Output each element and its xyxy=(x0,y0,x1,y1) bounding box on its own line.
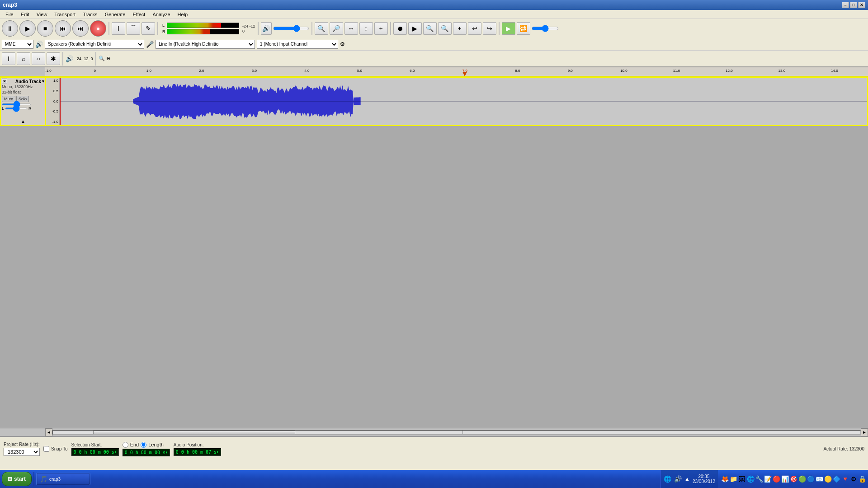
track-waveform-area[interactable]: 1.0 0.5 0.0 -0.5 -1.0 xyxy=(46,77,867,125)
titlebar-controls: – □ ✕ xyxy=(842,2,865,8)
fit-project-button[interactable]: ↔ xyxy=(344,22,358,35)
record-meter-button[interactable]: ⏺ xyxy=(393,22,407,35)
channel-select[interactable]: 1 (Mono) Input Channel xyxy=(257,40,338,49)
zoom-in-small-button[interactable]: 🔍 xyxy=(99,56,105,61)
taskbar-program-audacity[interactable]: 🎵 crap3 xyxy=(36,473,90,485)
selection-start-spinner[interactable]: ⬆ xyxy=(114,450,117,454)
network-icon[interactable]: 🌐 xyxy=(664,475,671,483)
menu-generate[interactable]: Generate xyxy=(101,11,129,18)
menu-edit[interactable]: Edit xyxy=(17,11,33,18)
speaker-button[interactable]: 🔊 xyxy=(261,22,272,35)
vu-label-r0: 0 xyxy=(242,29,255,33)
draw-tool-button[interactable]: ✎ xyxy=(142,22,155,35)
menu-help[interactable]: Help xyxy=(174,11,192,18)
ruler-ticks-area: -1.0 0 1.0 2.0 3.0 4.0 5.0 6.0 7.0 8.0 9… xyxy=(45,67,868,76)
end-radio[interactable] xyxy=(123,442,128,448)
rewind-button[interactable]: ⏮ xyxy=(55,20,71,37)
menu-file[interactable]: File xyxy=(2,11,17,18)
cursor-tool-button[interactable]: I xyxy=(112,22,125,35)
output-volume-slider[interactable] xyxy=(273,25,309,32)
zoom-in-button[interactable]: 🔍 xyxy=(315,22,328,35)
audio-position-display[interactable]: 0 0 h 00 m 07 s ⬆ xyxy=(174,448,221,456)
menu-transport[interactable]: Transport xyxy=(51,11,79,18)
minimize-button[interactable]: – xyxy=(842,2,849,8)
selection-end-spinner[interactable]: ⬆ xyxy=(165,450,168,455)
taskbar-app9[interactable]: 🎯 xyxy=(789,475,797,483)
menu-analyze[interactable]: Analyze xyxy=(149,11,174,18)
selection-start-label: Selection Start: xyxy=(71,442,119,447)
length-radio[interactable] xyxy=(141,442,146,448)
taskbar-app5[interactable]: 🔧 xyxy=(755,475,763,483)
taskbar-app11[interactable]: 🔵 xyxy=(807,475,815,483)
menu-effect[interactable]: Effect xyxy=(129,11,149,18)
track-info-2: 32-bit float xyxy=(2,90,44,94)
taskbar-utorrent[interactable]: 🔻 xyxy=(841,475,849,483)
taskbar-app3[interactable]: 🖼 xyxy=(738,475,746,483)
ext-button2[interactable]: 🔍 xyxy=(438,22,452,35)
project-rate-select[interactable]: 132300 xyxy=(4,448,40,456)
taskbar-app12[interactable]: 📧 xyxy=(815,475,823,483)
selection-end-display[interactable]: 0 0 h 00 m 00 s ⬆ xyxy=(123,449,170,456)
pause-button[interactable]: ⏸ xyxy=(2,20,18,37)
fit-vertically-button[interactable]: ↕ xyxy=(359,22,373,35)
scroll-track[interactable] xyxy=(52,430,861,435)
start-button[interactable]: ⊞ start xyxy=(2,472,32,486)
taskbar-ie[interactable]: 🌐 xyxy=(746,475,755,483)
taskbar-app8[interactable]: 📊 xyxy=(781,475,789,483)
multi-tool-button[interactable]: ✱ xyxy=(47,52,60,65)
scroll-thumb[interactable] xyxy=(93,431,295,434)
menu-view[interactable]: View xyxy=(33,11,51,18)
volume-tray-icon[interactable]: 🔊 xyxy=(674,475,682,483)
zoom-out-button[interactable]: 🔎 xyxy=(330,22,343,35)
input-monitor-button[interactable]: ⚙ xyxy=(340,41,345,47)
scroll-left-button[interactable]: ◄ xyxy=(45,428,52,436)
playback-speed-slider[interactable] xyxy=(532,25,559,32)
ext-button4[interactable]: ↩ xyxy=(468,22,481,35)
time-ruler: -1.0 0 1.0 2.0 3.0 4.0 5.0 6.0 7.0 8.0 9… xyxy=(0,67,868,76)
taskbar-explorer[interactable]: 📁 xyxy=(729,475,737,483)
track-collapse-button[interactable]: ▲ xyxy=(2,119,44,124)
taskbar-app13[interactable]: 🟡 xyxy=(824,475,832,483)
ibeam-tool-button[interactable]: I xyxy=(2,52,15,65)
tick-12: 12.0 xyxy=(726,69,733,73)
output-device-select[interactable]: Speakers (Realtek High Definiti xyxy=(45,40,144,49)
record-button[interactable]: ● xyxy=(90,20,106,37)
track-name-dropdown[interactable]: Audio Track ▾ xyxy=(15,79,44,84)
track-close-button[interactable]: ✕ xyxy=(2,79,7,84)
envelope-tool-button[interactable]: ⌒ xyxy=(127,22,140,35)
play-green-button[interactable]: ▶ xyxy=(502,22,515,35)
loop-button[interactable]: 🔁 xyxy=(517,22,530,35)
audio-host-select[interactable]: MME xyxy=(2,40,33,49)
playhead-arrow-ruler xyxy=(462,72,467,76)
maximize-button[interactable]: □ xyxy=(850,2,857,8)
ext-button5[interactable]: ↪ xyxy=(483,22,496,35)
zoom-sel-button[interactable]: ⌕ xyxy=(17,52,30,65)
tick-9: 9.0 xyxy=(568,69,573,73)
ext-button3[interactable]: + xyxy=(453,22,467,35)
taskbar-app14[interactable]: 🔷 xyxy=(832,475,840,483)
waveform-canvas-container[interactable] xyxy=(60,78,867,125)
stop-button[interactable]: ■ xyxy=(37,20,53,37)
taskbar-app10[interactable]: 🟢 xyxy=(798,475,806,483)
selection-start-display[interactable]: 0 0 h 00 m 00 s ⬆ xyxy=(71,448,119,456)
taskbar-app6[interactable]: 📝 xyxy=(764,475,772,483)
scroll-right-button[interactable]: ► xyxy=(861,428,868,436)
zoom-out-small-button[interactable]: ⊖ xyxy=(106,56,110,61)
taskbar-firefox[interactable]: 🦊 xyxy=(721,475,729,483)
playback-meter-button[interactable]: ▶ xyxy=(408,22,422,35)
input-device-select[interactable]: Line In (Realtek High Definitio xyxy=(156,40,255,49)
track-pan-slider[interactable] xyxy=(5,108,28,109)
menu-tracks[interactable]: Tracks xyxy=(79,11,101,18)
taskbar-app7[interactable]: 🔴 xyxy=(772,475,780,483)
arrow-up-icon[interactable]: ▲ xyxy=(684,476,690,482)
ext-button1[interactable]: 🔍 xyxy=(423,22,437,35)
time-shift-button[interactable]: ↔ xyxy=(32,52,45,65)
audio-position-spinner[interactable]: ⬆ xyxy=(217,450,219,454)
taskbar-app16[interactable]: ⚙ xyxy=(849,475,858,483)
taskbar-app17[interactable]: 🔒 xyxy=(858,475,866,483)
zoom-toggle-button[interactable]: + xyxy=(374,22,388,35)
close-button[interactable]: ✕ xyxy=(858,2,865,8)
snap-to-checkbox[interactable] xyxy=(43,446,49,452)
play-button[interactable]: ▶ xyxy=(19,20,36,37)
forward-button[interactable]: ⏭ xyxy=(72,20,89,37)
